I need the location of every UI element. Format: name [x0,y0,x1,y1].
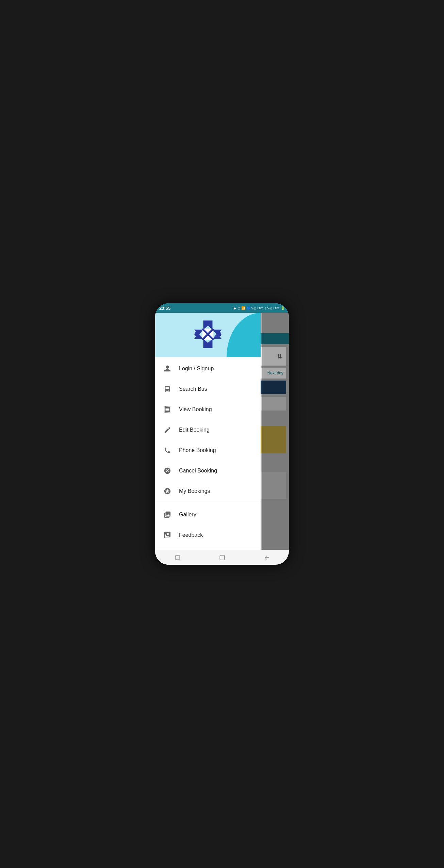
status-bar: 23:55 ▶ ⊡ 📶 🔵 Vo)) LTE1 ↕ Vo)) LTE2 🔋 [155,303,289,313]
recent-apps-button[interactable] [166,552,189,563]
phone-frame: 23:55 ▶ ⊡ 📶 🔵 Vo)) LTE1 ↕ Vo)) LTE2 🔋 Fu… [155,303,289,565]
menu-item-my-bookings[interactable]: My Bookings [155,481,261,501]
menu-item-phone-booking[interactable]: Phone Booking [155,440,261,461]
svg-marker-8 [203,339,213,348]
search-bus-label: Search Bus [179,386,207,392]
edit-booking-label: Edit Booking [179,427,210,433]
drawer-menu: Login / Signup Search Bus [155,357,261,565]
notification-icon: ⊡ [237,306,240,310]
feedback-label: Feedback [179,532,203,538]
drawer-overlay[interactable] [262,313,289,565]
bus-icon [162,384,173,395]
menu-item-cancel-booking[interactable]: Cancel Booking [155,461,261,481]
person-icon [162,363,173,374]
signal-arrows: ↕ [265,306,266,310]
menu-item-view-booking[interactable]: View Booking [155,399,261,420]
status-icons: ▶ ⊡ 📶 🔵 Vo)) LTE1 ↕ Vo)) LTE2 🔋 [234,306,285,310]
drawer-header [155,313,261,357]
menu-item-gallery[interactable]: Gallery [155,504,261,525]
menu-item-login-signup[interactable]: Login / Signup [155,358,261,379]
main-container: Full Truck ⇅ Next day S ELINES ers amazi… [155,313,289,565]
status-time: 23:55 [159,306,170,311]
phone-booking-label: Phone Booking [179,447,216,453]
receipt-icon [162,404,173,415]
svg-rect-12 [220,555,225,560]
view-booking-label: View Booking [179,406,212,413]
signal-lte2: LTE1 [257,307,264,310]
star-icon [162,486,173,497]
home-button[interactable] [211,552,233,563]
signal-lte4: LTE2 [273,307,280,310]
gallery-icon [162,509,173,520]
my-bookings-label: My Bookings [179,488,210,494]
back-button[interactable] [256,552,278,563]
app-logo [193,319,223,351]
battery-icon: 🔋 [281,306,285,310]
svg-marker-7 [203,321,213,330]
navigation-drawer: Login / Signup Search Bus [155,313,261,565]
wifi-icon: 📶 [241,306,245,310]
phone-inner: 23:55 ▶ ⊡ 📶 🔵 Vo)) LTE1 ↕ Vo)) LTE2 🔋 Fu… [155,303,289,565]
menu-divider [155,503,261,503]
phone-icon [162,445,173,456]
edit-icon [162,424,173,435]
feedback-icon [162,530,173,541]
cancel-booking-label: Cancel Booking [179,468,217,474]
youtube-icon: ▶ [234,306,236,310]
cancel-icon [162,465,173,476]
signal-lte1: Vo)) [251,307,257,310]
menu-item-search-bus[interactable]: Search Bus [155,379,261,399]
bluetooth-icon: 🔵 [246,306,250,310]
menu-item-edit-booking[interactable]: Edit Booking [155,420,261,440]
signal-lte3: Vo)) [267,307,273,310]
header-wave [227,313,261,357]
gallery-label: Gallery [179,512,196,518]
bottom-navigation [155,550,289,565]
menu-item-feedback[interactable]: Feedback [155,525,261,545]
login-signup-label: Login / Signup [179,366,214,372]
